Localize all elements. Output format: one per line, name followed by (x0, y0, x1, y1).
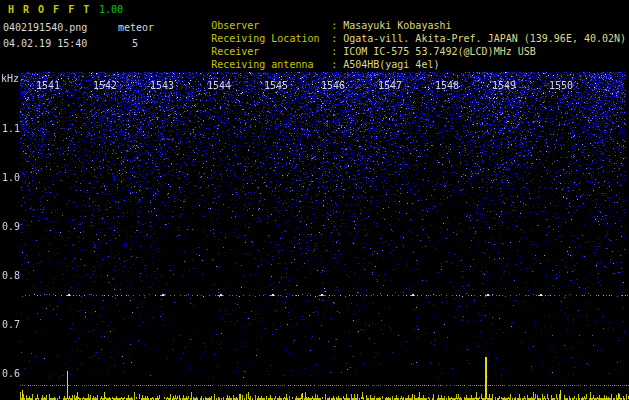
info-value: ICOM IC-575 53.7492(@LCD)MHz USB (343, 46, 536, 57)
info-row-observer: Observer:Masayuki Kobayashi (175, 6, 626, 19)
label-separator: : (331, 32, 343, 45)
output-filename: 0402191540.png (3, 22, 87, 33)
label-separator: : (331, 45, 343, 58)
x-tick-1543: 1543 (150, 80, 174, 91)
x-tick-1541: 1541 (36, 80, 60, 91)
x-tick-1545: 1545 (264, 80, 288, 91)
app-title: H R O F F T (8, 4, 91, 15)
x-tick-1549: 1549 (492, 80, 516, 91)
y-tick-1.1: 1.1 (2, 123, 20, 134)
y-tick-0.8: 0.8 (2, 270, 20, 281)
hrofft-window: H R O F F T 1.00 0402191540.png meteor 0… (0, 0, 629, 400)
echo-count: 5 (132, 38, 138, 49)
x-tick-1547: 1547 (378, 80, 402, 91)
x-tick-1542: 1542 (93, 80, 117, 91)
y-tick-0.9: 0.9 (2, 221, 20, 232)
observation-mode: meteor (118, 22, 154, 33)
info-value: Ogata-vill. Akita-Pref. JAPAN (139.96E, … (343, 33, 626, 44)
station-info: Observer:Masayuki Kobayashi Receiving Lo… (175, 6, 626, 58)
x-tick-1548: 1548 (435, 80, 459, 91)
info-label: Observer (211, 19, 331, 32)
y-tick-1.0: 1.0 (2, 172, 20, 183)
info-value: A504HB(yagi 4el) (343, 59, 439, 70)
label-separator: : (331, 58, 343, 71)
app-version: 1.00 (99, 4, 123, 15)
info-label: Receiver (211, 45, 331, 58)
info-label: Receiving antenna (211, 58, 331, 71)
y-axis-unit-label: kHz (1, 73, 19, 84)
y-tick-0.6: 0.6 (2, 368, 20, 379)
x-tick-1544: 1544 (207, 80, 231, 91)
info-label: Receiving Location (211, 32, 331, 45)
label-separator: : (331, 19, 343, 32)
y-tick-0.7: 0.7 (2, 319, 20, 330)
info-value: Masayuki Kobayashi (343, 20, 451, 31)
x-tick-1550: 1550 (549, 80, 573, 91)
x-tick-1546: 1546 (321, 80, 345, 91)
timestamp: 04.02.19 15:40 (3, 38, 87, 49)
spectrogram-canvas (0, 72, 629, 400)
